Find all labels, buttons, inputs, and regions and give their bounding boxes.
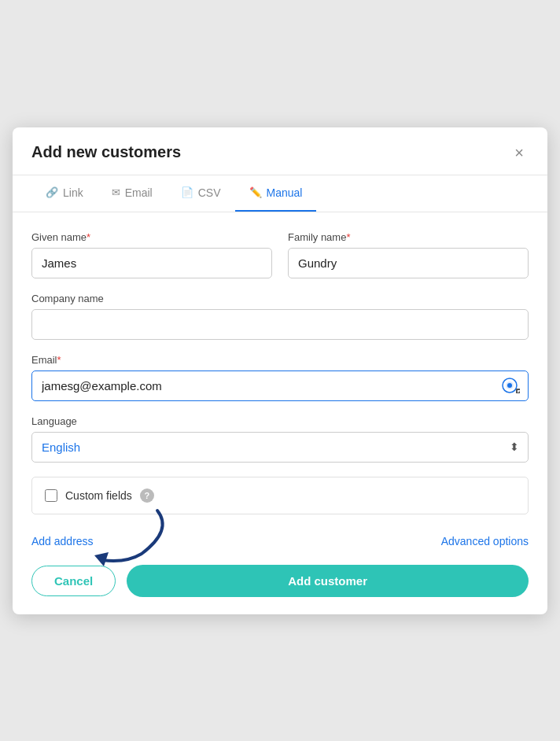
given-name-required: * <box>87 231 90 243</box>
add-address-row: Add address Advanced options <box>31 529 529 551</box>
email-required: * <box>57 354 61 366</box>
add-address-label: Add address <box>31 535 94 547</box>
language-group: Language English French Spanish German ⬍ <box>31 415 529 463</box>
given-name-input[interactable] <box>31 248 272 278</box>
family-name-group: Family name* <box>288 231 529 278</box>
tab-email[interactable]: ✉ Email <box>98 175 167 212</box>
email-input-wrapper <box>31 370 529 401</box>
cancel-button[interactable]: Cancel <box>31 566 116 596</box>
email-group: Email* <box>31 354 529 401</box>
language-select[interactable]: English French Spanish German <box>31 432 529 463</box>
svg-point-2 <box>507 383 512 388</box>
language-label: Language <box>31 415 529 427</box>
email-icon: ✉ <box>112 186 120 198</box>
link-icon: 🔗 <box>46 186 58 198</box>
email-label: Email* <box>31 354 529 366</box>
company-name-label: Company name <box>31 293 529 304</box>
tab-link[interactable]: 🔗 Link <box>31 175 98 212</box>
modal-body: Given name* Family name* Company name <box>13 212 547 551</box>
tab-manual-label: Manual <box>267 186 303 199</box>
name-row: Given name* Family name* <box>31 231 529 278</box>
modal-title: Add new customers <box>31 143 181 161</box>
tab-email-label: Email <box>125 186 153 199</box>
advanced-options-button[interactable]: Advanced options <box>441 535 529 547</box>
company-name-input[interactable] <box>31 309 529 340</box>
add-customers-modal: Add new customers × 🔗 Link ✉ Email 📄 CSV… <box>13 127 547 614</box>
custom-fields-checkbox[interactable] <box>45 489 57 502</box>
close-button[interactable]: × <box>510 143 529 162</box>
pencil-icon: ✏️ <box>249 186 262 198</box>
tab-manual[interactable]: ✏️ Manual <box>235 175 317 212</box>
email-autofill-icon <box>499 377 521 394</box>
family-name-input[interactable] <box>288 248 529 278</box>
family-name-required: * <box>346 231 350 243</box>
tab-csv[interactable]: 📄 CSV <box>167 175 235 212</box>
modal-footer: Cancel Add customer <box>13 551 547 614</box>
tabs-container: 🔗 Link ✉ Email 📄 CSV ✏️ Manual <box>13 175 547 212</box>
family-name-label: Family name* <box>288 231 529 243</box>
email-input[interactable] <box>31 370 529 401</box>
company-name-group: Company name <box>31 293 529 340</box>
given-name-label: Given name* <box>31 231 272 243</box>
modal-header: Add new customers × <box>13 127 547 175</box>
tab-csv-label: CSV <box>198 186 221 199</box>
custom-fields-box: Custom fields ? <box>31 477 529 514</box>
add-address-button[interactable]: Add address <box>31 535 94 547</box>
modal-overlay: Add new customers × 🔗 Link ✉ Email 📄 CSV… <box>0 0 560 741</box>
tab-link-label: Link <box>63 186 83 199</box>
svg-rect-5 <box>518 390 520 392</box>
given-name-group: Given name* <box>31 231 272 278</box>
language-select-wrapper: English French Spanish German ⬍ <box>31 432 529 463</box>
help-icon[interactable]: ? <box>140 488 154 503</box>
custom-fields-label: Custom fields <box>65 489 132 502</box>
add-customer-button[interactable]: Add customer <box>127 565 529 597</box>
csv-icon: 📄 <box>181 186 193 198</box>
